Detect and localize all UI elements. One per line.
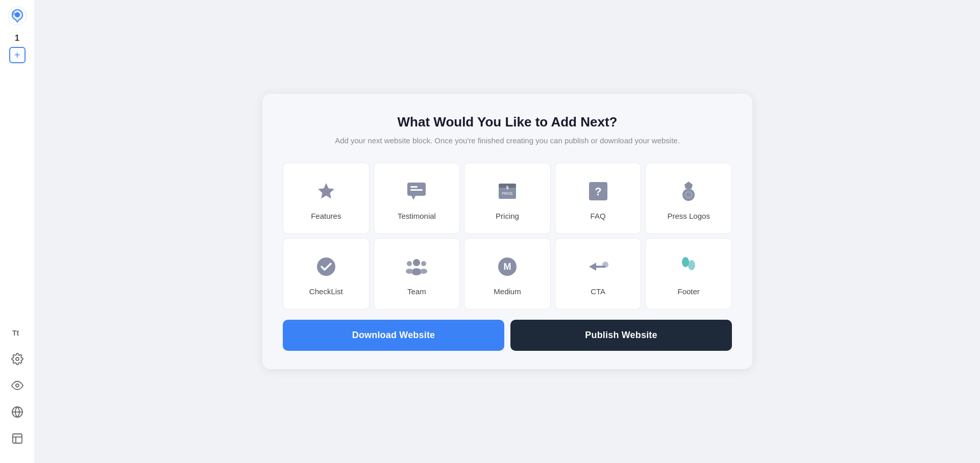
svg-point-28 <box>407 261 412 266</box>
block-checklist[interactable]: CheckList <box>283 238 370 310</box>
medal-icon <box>676 179 701 203</box>
svg-point-29 <box>406 269 413 274</box>
svg-point-25 <box>317 258 335 276</box>
svg-text:PRICE: PRICE <box>502 192 513 195</box>
download-website-button[interactable]: Download Website <box>283 320 504 351</box>
checklist-label: CheckList <box>309 287 343 296</box>
block-medium[interactable]: M Medium <box>464 238 551 310</box>
press-logos-label: Press Logos <box>668 212 710 220</box>
footer-icon <box>676 254 701 279</box>
cta-icon <box>586 254 610 279</box>
app-logo[interactable] <box>8 6 27 25</box>
publish-website-button[interactable]: Publish Website <box>510 320 732 351</box>
svg-point-31 <box>420 269 427 274</box>
svg-point-27 <box>411 268 422 275</box>
svg-point-24 <box>687 193 691 197</box>
block-testimonial[interactable]: Testimonial <box>374 163 460 234</box>
team-icon <box>404 254 429 279</box>
testimonial-icon <box>404 179 429 203</box>
svg-point-34 <box>602 262 608 268</box>
svg-point-4 <box>16 357 19 361</box>
svg-point-5 <box>16 384 19 387</box>
svg-text:?: ? <box>595 185 601 198</box>
svg-point-2 <box>12 12 15 15</box>
block-footer[interactable]: Footer <box>645 238 732 310</box>
main-content: What Would You Like to Add Next? Add you… <box>35 0 980 463</box>
block-press-logos[interactable]: Press Logos <box>645 163 732 234</box>
footer-label: Footer <box>678 287 700 296</box>
pricing-label: Pricing <box>496 212 519 220</box>
svg-point-1 <box>15 12 20 17</box>
add-block-modal: What Would You Like to Add Next? Add you… <box>262 94 752 370</box>
block-team[interactable]: Team <box>374 238 460 310</box>
team-label: Team <box>407 287 426 296</box>
typography-button[interactable]: Tt <box>6 321 29 344</box>
faq-label: FAQ <box>591 212 606 220</box>
svg-text:Tt: Tt <box>12 329 19 337</box>
block-cta[interactable]: CTA <box>555 238 642 310</box>
medium-icon: M <box>495 254 520 279</box>
faq-icon: ? <box>586 179 610 203</box>
blocks-grid: Features Testimonial <box>283 163 732 310</box>
testimonial-label: Testimonial <box>398 212 436 220</box>
svg-point-26 <box>413 259 420 266</box>
svg-marker-11 <box>318 183 334 198</box>
svg-text:$: $ <box>506 185 508 190</box>
layers-button[interactable] <box>6 427 29 450</box>
modal-header: What Would You Like to Add Next? Add you… <box>283 114 732 147</box>
star-icon <box>314 179 338 203</box>
features-label: Features <box>311 212 341 220</box>
modal-subtitle: Add your next website block. Once you're… <box>283 135 732 147</box>
svg-point-35 <box>682 257 689 267</box>
modal-title: What Would You Like to Add Next? <box>283 114 732 130</box>
medium-label: Medium <box>494 287 521 296</box>
svg-point-30 <box>421 261 426 266</box>
block-faq[interactable]: ? FAQ <box>555 163 642 234</box>
svg-point-36 <box>688 260 695 270</box>
settings-button[interactable] <box>6 348 29 370</box>
svg-rect-8 <box>13 434 22 443</box>
preview-button[interactable] <box>6 374 29 397</box>
svg-text:M: M <box>503 262 511 272</box>
plus-icon: + <box>14 49 20 61</box>
add-page-button[interactable]: + <box>9 47 26 63</box>
block-features[interactable]: Features <box>283 163 370 234</box>
pricing-icon: $ PRICE <box>495 179 520 203</box>
svg-marker-15 <box>411 196 415 200</box>
page-number: 1 <box>15 34 19 43</box>
block-pricing[interactable]: $ PRICE Pricing <box>464 163 551 234</box>
globe-button[interactable] <box>6 401 29 423</box>
svg-rect-13 <box>410 186 418 188</box>
checklist-icon <box>314 254 338 279</box>
cta-label: CTA <box>591 287 605 296</box>
sidebar: 1 + Tt <box>0 0 35 463</box>
actions-row: Download Website Publish Website <box>283 320 732 351</box>
svg-rect-14 <box>410 189 423 191</box>
